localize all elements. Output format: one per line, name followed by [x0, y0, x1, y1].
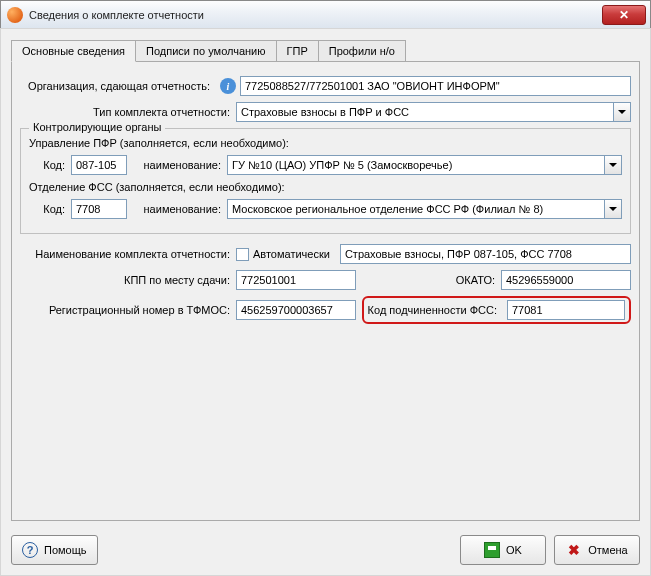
tab-signatures[interactable]: Подписи по умолчанию	[135, 40, 276, 62]
org-label: Организация, сдающая отчетность:	[20, 80, 216, 92]
tabbar: Основные сведения Подписи по умолчанию Г…	[11, 39, 640, 61]
window-title: Сведения о комплекте отчетности	[29, 9, 602, 21]
tab-gpr[interactable]: ГПР	[276, 40, 319, 62]
pfr-code-input[interactable]	[71, 155, 127, 175]
pfr-name-combo	[227, 155, 622, 175]
app-icon	[7, 7, 23, 23]
fss-name-dropdown[interactable]	[604, 199, 622, 219]
fss-hint: Отделение ФСС (заполняется, если необход…	[29, 181, 285, 193]
fss-sub-input[interactable]	[507, 300, 625, 320]
kpp-input[interactable]	[236, 270, 356, 290]
titlebar: Сведения о комплекте отчетности ✕	[1, 1, 650, 29]
pfr-name-dropdown[interactable]	[604, 155, 622, 175]
help-button[interactable]: ? Помощь	[11, 535, 98, 565]
auto-label: Автоматически	[253, 248, 330, 260]
pfr-code-label: Код:	[29, 159, 71, 171]
close-button[interactable]: ✕	[602, 5, 646, 25]
tfoms-label: Регистрационный номер в ТФМОС:	[20, 304, 236, 316]
org-input[interactable]	[240, 76, 631, 96]
pfr-name-input[interactable]	[227, 155, 604, 175]
fss-code-label: Код:	[29, 203, 71, 215]
help-icon: ?	[22, 542, 38, 558]
okato-input[interactable]	[501, 270, 631, 290]
fss-name-input[interactable]	[227, 199, 604, 219]
pfr-name-label: наименование:	[127, 159, 227, 171]
tfoms-input[interactable]	[236, 300, 356, 320]
fss-code-input[interactable]	[71, 199, 127, 219]
save-icon	[484, 542, 500, 558]
auto-checkbox[interactable]	[236, 248, 249, 261]
kpp-label: КПП по месту сдачи:	[20, 274, 236, 286]
ok-button[interactable]: OK	[460, 535, 546, 565]
client-area: Основные сведения Подписи по умолчанию Г…	[0, 28, 651, 576]
ok-label: OK	[506, 544, 522, 556]
fss-sub-highlight: Код подчиненности ФСС:	[362, 296, 631, 324]
kit-type-dropdown[interactable]	[613, 102, 631, 122]
cancel-button[interactable]: ✖ Отмена	[554, 535, 640, 565]
cancel-label: Отмена	[588, 544, 627, 556]
okato-label: ОКАТО:	[356, 274, 501, 286]
tab-panel-main: Организация, сдающая отчетность: i Тип к…	[11, 61, 640, 521]
fss-name-combo	[227, 199, 622, 219]
pfr-hint: Управление ПФР (заполняется, если необхо…	[29, 137, 289, 149]
kit-type-input[interactable]	[236, 102, 613, 122]
cancel-icon: ✖	[566, 542, 582, 558]
info-icon[interactable]: i	[220, 78, 236, 94]
kit-name-label: Наименование комплекта отчетности:	[20, 248, 236, 260]
group-title: Контролирующие органы	[29, 121, 165, 133]
fss-sub-label: Код подчиненности ФСС:	[368, 304, 503, 316]
tab-profiles[interactable]: Профили н/о	[318, 40, 406, 62]
help-label: Помощь	[44, 544, 87, 556]
footer: ? Помощь OK ✖ Отмена	[11, 535, 640, 565]
group-controlling: Контролирующие органы Управление ПФР (за…	[20, 128, 631, 234]
tab-main[interactable]: Основные сведения	[11, 40, 136, 62]
kit-type-combo	[236, 102, 631, 122]
kit-name-input[interactable]	[340, 244, 631, 264]
kit-type-label: Тип комплекта отчетности:	[20, 106, 236, 118]
fss-name-label: наименование:	[127, 203, 227, 215]
